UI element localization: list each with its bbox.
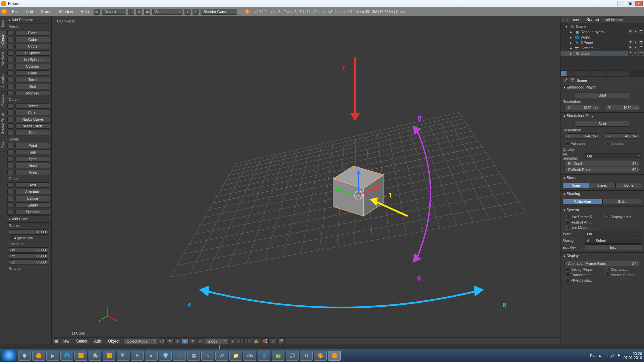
snap-type-icon[interactable]: ⊡ <box>270 339 276 344</box>
3d-viewport[interactable]: User Persp <box>52 16 560 345</box>
tray-volume-icon[interactable]: 🔊 <box>610 354 615 358</box>
manip-rotate-icon[interactable]: ⟲ <box>190 339 196 344</box>
outliner-type-icon[interactable]: ☰ <box>562 17 568 22</box>
operator-panel-header[interactable]: Add Cube <box>6 216 51 223</box>
visibility-icon[interactable]: 👁 <box>628 46 633 50</box>
prop-tab-texture[interactable] <box>612 71 618 76</box>
bit-depth-field[interactable]: Bit Depth:32 <box>565 161 640 166</box>
pin-icon[interactable]: 📌 <box>563 78 568 82</box>
taskbar-app-icon[interactable]: ↘ <box>201 351 214 361</box>
layer-grid[interactable] <box>237 339 240 344</box>
outliner-row[interactable]: ▸📷Camera👁▸📷 <box>560 45 644 51</box>
standalone-start-button[interactable]: Start <box>575 121 630 127</box>
shading-multitexture[interactable]: Multitexture <box>562 199 602 204</box>
vtab-misc[interactable]: Misc <box>0 138 6 152</box>
render-icon[interactable]: 📷 <box>639 51 643 56</box>
prop-tab-object[interactable] <box>584 71 589 76</box>
add-u   sphere-button[interactable]: U Sphere <box>15 50 50 56</box>
add-cone-button[interactable]: Cone <box>15 70 50 76</box>
menu-help[interactable]: Help <box>78 8 92 15</box>
outliner-row[interactable]: ▾🎬Scene <box>560 24 644 29</box>
desktop-checkbox[interactable] <box>605 141 609 145</box>
add-spot-button[interactable]: Spot <box>15 156 50 162</box>
add-hemi-button[interactable]: Hemi <box>15 163 50 168</box>
add-monkey-button[interactable]: Monkey <box>15 90 50 96</box>
embedded-start-button[interactable]: Start <box>575 92 630 98</box>
visibility-icon[interactable]: 👁 <box>628 51 633 56</box>
vtab-animation[interactable]: Animation <box>0 69 6 91</box>
outliner-menu-search[interactable]: Search <box>584 16 602 23</box>
stereo-none[interactable]: None <box>562 183 589 188</box>
scene-browser-icon[interactable]: ⊞ <box>144 9 150 15</box>
add-circle-button[interactable]: Circle <box>15 44 50 49</box>
taskbar-app-icon[interactable]: ▶ <box>46 351 59 361</box>
start-button[interactable] <box>2 350 16 361</box>
manip-scale-icon[interactable]: ⤢ <box>197 339 203 344</box>
use-material-checkbox[interactable] <box>565 226 569 230</box>
vtab-physics[interactable]: Physics <box>0 92 6 110</box>
taskbar-app-icon[interactable]: 📁 <box>229 351 242 361</box>
restrict-anim-checkbox[interactable] <box>565 220 569 224</box>
aa-samples-dropdown[interactable]: Off <box>585 153 642 159</box>
shading-glsl[interactable]: GLSL <box>602 199 642 204</box>
editor-type-icon[interactable]: ▦ <box>53 339 59 344</box>
snap-icon[interactable]: 🧲 <box>261 339 269 344</box>
physics-visual-checkbox[interactable] <box>565 278 569 282</box>
vtab-create[interactable]: Create <box>0 31 6 48</box>
add-path-button[interactable]: Path <box>15 130 50 135</box>
taskbar-app-icon[interactable]: 🌐 <box>60 351 73 361</box>
render-icon[interactable]: 📷 <box>639 29 643 34</box>
visibility-icon[interactable]: 👁 <box>628 29 633 34</box>
tray-flag-icon[interactable]: ▲ <box>598 354 602 358</box>
anim-frame-rate-field[interactable]: Animation Frame Rate:24 <box>565 261 640 266</box>
add-text-button[interactable]: Text <box>15 182 50 188</box>
storage-dropdown[interactable]: Auto Select <box>585 238 642 244</box>
add-bezier-button[interactable]: Bezier <box>15 103 50 109</box>
taskbar-app-icon[interactable]: Я <box>300 351 313 361</box>
prop-tab-data[interactable] <box>601 71 606 76</box>
outliner-row[interactable]: ▸🌐World <box>560 35 644 40</box>
outliner-row[interactable]: ▸▨Cube👁▸📷 <box>560 51 644 56</box>
mouse-cursor-checkbox[interactable] <box>605 273 609 277</box>
layout-browser-icon[interactable]: ⊞ <box>94 9 100 15</box>
layer-grid[interactable] <box>248 339 251 344</box>
outliner-row[interactable]: ▸▦RenderLayers👁▸📷 <box>560 29 644 35</box>
taskbar-app-icon[interactable]: 🟧 <box>103 351 115 361</box>
screen-layout-dropdown[interactable]: Default <box>102 9 126 15</box>
taskbar-app-icon[interactable]: ▦ <box>187 351 200 361</box>
selectable-icon[interactable]: ▸ <box>633 51 638 56</box>
taskbar-app-icon[interactable]: W <box>215 351 228 361</box>
tray-action-icon[interactable]: ⚑ <box>618 354 621 358</box>
add-armature-button[interactable]: Armature <box>15 189 50 194</box>
taskbar-app-icon[interactable]: 🔘 <box>89 351 101 361</box>
exit-key-button[interactable]: Esc <box>585 244 642 250</box>
tray-clock[interactable]: 20:26 07.01.2016 <box>624 352 642 360</box>
layer-btn-1[interactable]: ▪ <box>229 339 235 344</box>
add-speaker-button[interactable]: Speaker <box>15 209 50 215</box>
vp-menu-add[interactable]: Add <box>91 338 104 345</box>
disclosure-icon[interactable]: ▸ <box>569 35 573 40</box>
shading-icon[interactable]: ◯ <box>159 339 166 344</box>
panel-system[interactable]: System <box>560 206 644 213</box>
scene-dropdown[interactable]: Scene <box>152 9 182 15</box>
timeline-cursor[interactable] <box>219 345 220 349</box>
taskbar-app-icon[interactable]: ● <box>145 351 158 361</box>
vp-menu-select[interactable]: Select <box>73 338 90 345</box>
taskbar-app-icon[interactable]: 🍏 <box>272 351 284 361</box>
timeline[interactable] <box>0 345 644 349</box>
layout-del-icon[interactable]: × <box>136 9 142 15</box>
prop-tab-physics[interactable] <box>624 71 629 76</box>
maximize-button[interactable]: ▣ <box>626 1 634 6</box>
taskbar-app-icon[interactable]: 🟠 <box>328 351 341 361</box>
render-icon[interactable]: 📷 <box>639 40 643 45</box>
prop-tab-particles[interactable] <box>618 71 624 76</box>
panel-shading[interactable]: Shading <box>560 190 644 197</box>
tray-network-icon[interactable]: ⊞ <box>604 354 607 358</box>
loc-x[interactable]: X:0.000 <box>8 247 49 253</box>
menu-add[interactable]: Add <box>23 8 36 15</box>
framerate-profile-checkbox[interactable] <box>565 273 569 277</box>
add-empty-button[interactable]: Empty <box>15 202 50 208</box>
align-checkbox[interactable] <box>9 236 13 240</box>
prop-tab-layers[interactable] <box>567 71 572 76</box>
tray-lang[interactable]: RU <box>590 354 595 358</box>
